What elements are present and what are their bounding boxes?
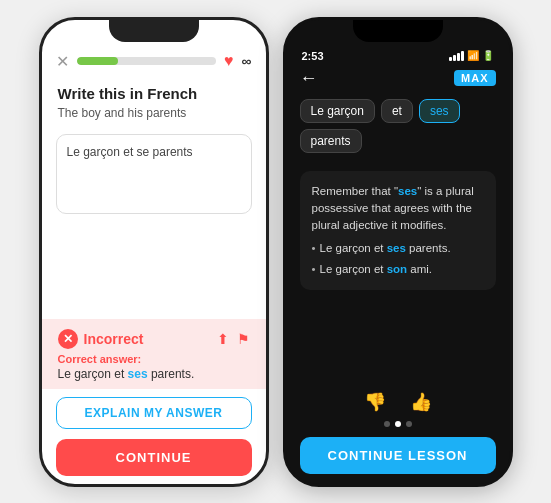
bullet-dot-2: • [312, 261, 316, 278]
continue-lesson-button[interactable]: CONTINUE LESSON [300, 437, 496, 474]
word-chips-area: Le garçon et ses parents [286, 95, 510, 165]
chip-et[interactable]: et [381, 99, 413, 123]
result-section: ✕ Incorrect ⬆ ⚑ Correct answer: Le garço… [42, 319, 266, 389]
left-phone: ✕ ♥ ∞ Write this in French The boy and h… [39, 17, 269, 487]
thumbs-row: 👎 👍 [286, 383, 510, 417]
status-icons: 📶 🔋 [449, 50, 494, 61]
time-display: 2:53 [302, 50, 324, 62]
correct-answer-prefix: Le garçon et [58, 367, 128, 381]
dot-1 [384, 421, 390, 427]
notch-left [109, 20, 199, 42]
answer-box: Le garçon et se parents [56, 134, 252, 214]
correct-answer-label: Correct answer: [58, 353, 250, 365]
incorrect-label: Incorrect [84, 331, 144, 347]
battery-icon: 🔋 [482, 50, 494, 61]
wifi-icon: 📶 [467, 50, 479, 61]
chip-le-garcon[interactable]: Le garçon [300, 99, 375, 123]
continue-button[interactable]: CONTINUE [56, 439, 252, 476]
chip-ses[interactable]: ses [419, 99, 460, 123]
bullet-text-1: Le garçon et ses parents. [320, 240, 451, 257]
correct-answer-highlight: ses [128, 367, 148, 381]
back-arrow-icon[interactable]: ← [300, 68, 318, 89]
result-icons: ⬆ ⚑ [217, 331, 250, 347]
bullet-item-2: • Le garçon et son ami. [312, 261, 484, 278]
share-icon[interactable]: ⬆ [217, 331, 229, 347]
right-phone: 2:53 📶 🔋 ← MAX [283, 17, 513, 487]
heart-icon: ♥ [224, 52, 234, 70]
dot-2 [395, 421, 401, 427]
close-icon[interactable]: ✕ [56, 52, 69, 71]
thumbs-down-button[interactable]: 👎 [364, 391, 386, 413]
infinity-icon: ∞ [242, 53, 252, 69]
signal-bars [449, 51, 464, 61]
notch-right [353, 20, 443, 42]
explain-button[interactable]: EXPLAIN MY ANSWER [56, 397, 252, 429]
bullet-dot-1: • [312, 240, 316, 257]
explanation-card: Remember that "ses" is a plural possessi… [300, 171, 496, 290]
progress-bar-fill [77, 57, 119, 65]
dot-3 [406, 421, 412, 427]
signal-bar-3 [457, 53, 460, 61]
chip-row-1: Le garçon et ses [300, 99, 496, 123]
max-badge: MAX [454, 70, 495, 86]
top-bar-left: ✕ ♥ ∞ [42, 46, 266, 75]
top-bar-right: ← MAX [286, 64, 510, 95]
signal-bar-4 [461, 51, 464, 61]
prompt-title: Write this in French [58, 85, 250, 102]
status-bar: 2:53 📶 🔋 [286, 46, 510, 64]
correct-answer-text: Le garçon et ses parents. [58, 367, 250, 381]
correct-answer-suffix: parents. [148, 367, 195, 381]
result-header: ✕ Incorrect ⬆ ⚑ [58, 329, 250, 349]
signal-bar-1 [449, 57, 452, 61]
progress-bar-container [77, 57, 217, 65]
pagination-dots [286, 417, 510, 431]
bullet-item-1: • Le garçon et ses parents. [312, 240, 484, 257]
explanation-text: Remember that "ses" is a plural possessi… [312, 183, 484, 235]
prompt-section: Write this in French The boy and his par… [42, 75, 266, 126]
prompt-subtitle: The boy and his parents [58, 106, 250, 120]
chip-parents[interactable]: parents [300, 129, 362, 153]
explanation-highlight: ses [398, 185, 417, 197]
user-answer-text: Le garçon et se parents [67, 145, 193, 159]
bullet-list: • Le garçon et ses parents. • Le garçon … [312, 240, 484, 278]
thumbs-up-button[interactable]: 👍 [410, 391, 432, 413]
signal-bar-2 [453, 55, 456, 61]
bullet-text-2: Le garçon et son ami. [320, 261, 433, 278]
incorrect-icon: ✕ [58, 329, 78, 349]
chip-row-2: parents [300, 129, 496, 153]
flag-icon[interactable]: ⚑ [237, 331, 250, 347]
